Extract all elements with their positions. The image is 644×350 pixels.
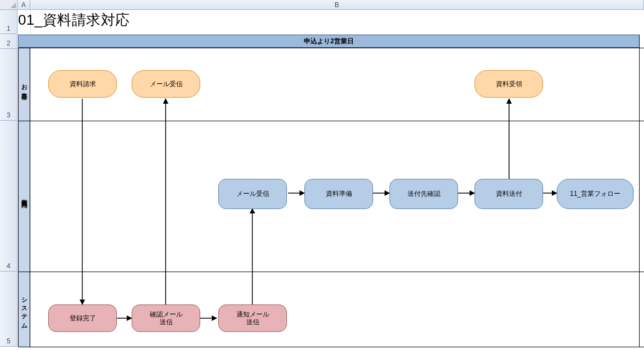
row-header-4[interactable]: 4 xyxy=(0,121,18,272)
node-sales-address-check[interactable]: 送付先確認 xyxy=(389,179,458,209)
node-system-notify-mail[interactable]: 通知メール 送信 xyxy=(218,304,287,332)
lane-label-system-text: システム xyxy=(20,293,29,326)
spreadsheet-sheet: A B 1 2 3 4 5 01_資料請求対応 申込より2営業日 お客様 営業部… xyxy=(0,0,644,350)
node-sales-followup[interactable]: 11_営業フォロー xyxy=(557,179,634,209)
node-system-register-done[interactable]: 登録完了 xyxy=(48,304,117,332)
page-title: 01_資料請求対応 xyxy=(18,10,130,30)
row-header-5[interactable]: 5 xyxy=(0,272,18,347)
lane-label-sales: 営業部門 xyxy=(18,121,30,272)
lane-label-system: システム xyxy=(18,272,30,347)
row-header-3[interactable]: 3 xyxy=(0,49,18,121)
lane-label-sales-text: 営業部門 xyxy=(20,194,29,199)
diagram-right-border xyxy=(639,35,640,347)
node-customer-doc-receive[interactable]: 資料受領 xyxy=(474,70,543,98)
row-header-1[interactable]: 1 xyxy=(0,10,18,34)
lane-border-sales-sys xyxy=(18,272,644,272)
lane-label-customer: お客様 xyxy=(18,48,30,121)
node-customer-mail-receive[interactable]: メール受信 xyxy=(132,70,200,98)
row-header-2[interactable]: 2 xyxy=(0,34,18,49)
lane-border-top xyxy=(18,48,644,48)
timeline-header: 申込より2営業日 xyxy=(18,35,640,48)
connector-arrows xyxy=(0,0,644,350)
select-all-corner[interactable] xyxy=(0,0,18,10)
lane-border-cust-sales xyxy=(18,121,644,121)
lane-border-bottom xyxy=(18,347,644,347)
node-system-confirm-mail[interactable]: 確認メール 送信 xyxy=(132,304,200,332)
lane-label-customer-text: お客様 xyxy=(20,80,29,90)
column-header-a[interactable]: A xyxy=(18,0,30,10)
node-sales-doc-prepare[interactable]: 資料準備 xyxy=(304,179,373,209)
node-sales-mail-receive[interactable]: メール受信 xyxy=(218,179,287,209)
column-header-b[interactable]: B xyxy=(30,0,644,10)
node-customer-request[interactable]: 資料請求 xyxy=(48,70,117,98)
node-sales-doc-send[interactable]: 資料送付 xyxy=(474,179,543,209)
